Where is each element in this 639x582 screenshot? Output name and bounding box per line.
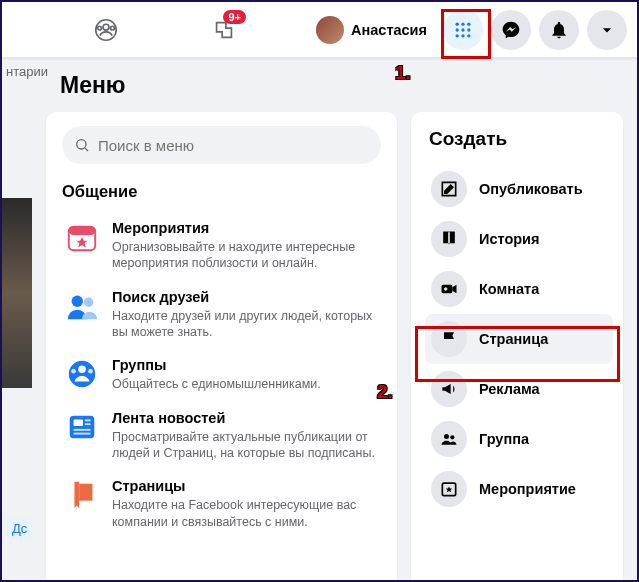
- create-item-group[interactable]: Группа: [425, 414, 613, 464]
- section-title: Общение: [62, 182, 381, 201]
- svg-point-16: [72, 295, 83, 306]
- svg-rect-23: [70, 415, 95, 438]
- ad-megaphone-icon: [431, 371, 467, 407]
- pages-icon: [64, 477, 100, 513]
- menu-button[interactable]: [443, 10, 483, 50]
- create-item-story[interactable]: История: [425, 214, 613, 264]
- menu-item-pages[interactable]: Страницы Находите на Facebook интересующ…: [62, 469, 381, 538]
- svg-point-4: [456, 22, 459, 25]
- story-icon: [431, 221, 467, 257]
- item-title: Мероприятия: [112, 219, 379, 237]
- menu-title: Меню: [60, 72, 126, 99]
- create-item-post[interactable]: Опубликовать: [425, 164, 613, 214]
- sliver-button[interactable]: Дс: [6, 517, 33, 540]
- svg-point-12: [467, 34, 470, 37]
- top-nav-center: 9+: [82, 6, 248, 54]
- compose-icon: [431, 171, 467, 207]
- top-nav: 9+ Анастасия: [2, 2, 637, 58]
- svg-point-6: [467, 22, 470, 25]
- profile-chip[interactable]: Анастасия: [312, 12, 435, 48]
- create-label: Опубликовать: [479, 181, 583, 197]
- svg-rect-25: [85, 419, 91, 421]
- svg-point-33: [450, 435, 454, 439]
- menu-item-events[interactable]: Мероприятия Организовывайте и находите и…: [62, 211, 381, 280]
- svg-point-22: [88, 369, 93, 374]
- create-item-ad[interactable]: Реклама: [425, 364, 613, 414]
- create-title: Создать: [425, 128, 613, 150]
- svg-rect-28: [74, 432, 91, 434]
- sliver-text: нтарии: [2, 58, 46, 85]
- groups-tab[interactable]: [82, 6, 130, 54]
- find-friends-icon: [64, 288, 100, 324]
- svg-point-7: [456, 28, 459, 31]
- create-item-page[interactable]: Страница: [425, 314, 613, 364]
- svg-point-2: [98, 26, 102, 30]
- gaming-tab[interactable]: 9+: [200, 6, 248, 54]
- svg-point-3: [111, 26, 115, 30]
- news-feed-icon: [64, 409, 100, 445]
- account-button[interactable]: [587, 10, 627, 50]
- create-column: Создать Опубликовать История Комната Стр…: [411, 112, 623, 582]
- bell-icon: [549, 20, 569, 40]
- svg-point-13: [77, 140, 86, 149]
- svg-point-1: [103, 24, 109, 30]
- item-title: Страницы: [112, 477, 379, 495]
- item-title: Группы: [112, 356, 379, 374]
- svg-point-32: [444, 434, 449, 439]
- svg-point-17: [84, 297, 93, 306]
- item-desc: Организовывайте и находите интересные ме…: [112, 239, 379, 272]
- svg-point-9: [467, 28, 470, 31]
- svg-point-10: [456, 34, 459, 37]
- menu-panel: Меню Общение Мероприятия Организовывайте…: [46, 58, 623, 582]
- create-item-event[interactable]: Мероприятие: [425, 464, 613, 514]
- create-label: Реклама: [479, 381, 540, 397]
- notifications-button[interactable]: [539, 10, 579, 50]
- groups-color-icon: [64, 356, 100, 392]
- gaming-badge: 9+: [223, 10, 246, 24]
- room-icon: [431, 271, 467, 307]
- svg-rect-15: [69, 227, 95, 236]
- profile-name: Анастасия: [351, 22, 427, 38]
- messenger-icon: [501, 20, 521, 40]
- create-label: История: [479, 231, 540, 247]
- svg-rect-24: [74, 419, 83, 426]
- item-title: Поиск друзей: [112, 288, 379, 306]
- svg-point-11: [461, 34, 464, 37]
- svg-rect-26: [85, 423, 91, 425]
- menu-item-find-friends[interactable]: Поиск друзей Находите друзей или других …: [62, 280, 381, 349]
- svg-rect-31: [444, 288, 447, 290]
- item-desc: Находите друзей или других людей, которы…: [112, 308, 379, 341]
- sliver-image: [2, 198, 32, 388]
- create-item-room[interactable]: Комната: [425, 264, 613, 314]
- item-desc: Просматривайте актуальные публикации от …: [112, 429, 379, 462]
- svg-point-20: [78, 366, 86, 374]
- events-icon: [64, 219, 100, 255]
- item-desc: Находите на Facebook интересующие вас ко…: [112, 497, 379, 530]
- svg-point-8: [461, 28, 464, 31]
- menu-item-groups[interactable]: Группы Общайтесь с единомышленниками.: [62, 348, 381, 400]
- svg-rect-27: [74, 429, 91, 431]
- menu-search-input[interactable]: [98, 137, 369, 154]
- top-nav-right: Анастасия: [312, 10, 637, 50]
- group-icon: [431, 421, 467, 457]
- item-desc: Общайтесь с единомышленниками.: [112, 376, 379, 392]
- caret-down-icon: [597, 20, 617, 40]
- search-icon: [74, 137, 90, 153]
- svg-point-5: [461, 22, 464, 25]
- menu-search[interactable]: [62, 126, 381, 164]
- item-title: Лента новостей: [112, 409, 379, 427]
- create-label: Мероприятие: [479, 481, 576, 497]
- page-flag-icon: [431, 321, 467, 357]
- avatar: [316, 16, 344, 44]
- messenger-button[interactable]: [491, 10, 531, 50]
- create-label: Страница: [479, 331, 548, 347]
- event-star-icon: [431, 471, 467, 507]
- create-label: Комната: [479, 281, 539, 297]
- apps-grid-icon: [453, 20, 473, 40]
- menu-list-column: Общение Мероприятия Организовывайте и на…: [46, 112, 397, 582]
- create-label: Группа: [479, 431, 529, 447]
- background-sliver: нтарии Дс: [2, 58, 46, 580]
- menu-item-news-feed[interactable]: Лента новостей Просматривайте актуальные…: [62, 401, 381, 470]
- svg-point-21: [71, 369, 76, 374]
